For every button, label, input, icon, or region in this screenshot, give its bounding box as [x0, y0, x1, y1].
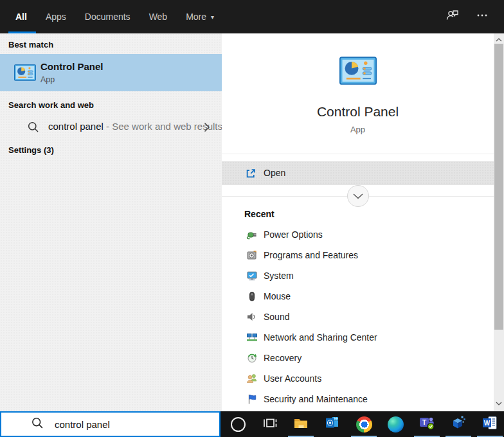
- word-icon: W: [482, 415, 498, 434]
- recent-item-mouse[interactable]: Mouse: [222, 286, 494, 307]
- scrollbar-thumb[interactable]: [494, 44, 503, 330]
- recovery-icon: [246, 352, 258, 364]
- open-external-icon: [245, 168, 256, 182]
- chevron-down-icon: ▾: [211, 13, 214, 21]
- outlook-icon: [324, 415, 341, 434]
- web-query-text: control panel: [48, 121, 104, 132]
- feedback-icon[interactable]: [445, 8, 460, 26]
- sound-icon: [246, 311, 258, 323]
- taskbar-chrome-button[interactable]: [348, 411, 379, 437]
- tab-all[interactable]: All: [15, 0, 27, 33]
- web-search-result[interactable]: control panel - See work and web results: [0, 114, 222, 140]
- expand-button[interactable]: [347, 185, 369, 207]
- tab-web[interactable]: Web: [149, 0, 168, 33]
- recent-item-system[interactable]: System: [222, 265, 494, 286]
- recent-list: Power Options Programs and Features: [222, 224, 494, 409]
- system-icon: [246, 270, 258, 281]
- taskbar-cortana-button[interactable]: [222, 411, 253, 437]
- recent-item-sound[interactable]: Sound: [222, 307, 494, 327]
- scroll-down-icon[interactable]: [494, 398, 504, 409]
- taskbar: T: [221, 411, 504, 437]
- tab-apps[interactable]: Apps: [46, 0, 66, 33]
- search-icon: [27, 121, 40, 136]
- user-accounts-icon: [246, 373, 258, 384]
- taskbar-teams-button[interactable]: T: [411, 411, 442, 437]
- mouse-icon: [246, 290, 258, 302]
- web-search-header: Search work and web: [8, 100, 94, 110]
- recent-item-network-and-sharing-center[interactable]: Network and Sharing Center: [222, 327, 494, 348]
- control-panel-icon: [14, 64, 36, 84]
- control-panel-icon: [339, 57, 377, 87]
- chevron-right-icon: [204, 122, 210, 135]
- recent-item-programs-and-features[interactable]: Programs and Features: [222, 245, 494, 265]
- preview-title: Control Panel: [222, 104, 494, 120]
- file-explorer-icon: [292, 415, 309, 434]
- tab-more[interactable]: More▾: [186, 0, 214, 33]
- open-action[interactable]: Open: [222, 161, 494, 185]
- search-icon: [31, 416, 44, 433]
- chevron-down-icon: [353, 193, 363, 199]
- preview-subtitle: App: [222, 125, 494, 134]
- best-match-title: Control Panel: [40, 61, 104, 72]
- windows-search-flyout: All Apps Documents Web More▾ Best match: [0, 0, 504, 437]
- svg-text:W: W: [484, 420, 491, 427]
- more-options-icon[interactable]: [476, 9, 489, 24]
- search-filter-tabs: All Apps Documents Web More▾: [0, 0, 504, 33]
- taskbar-task-view-button[interactable]: [254, 411, 285, 437]
- taskbar-edge-button[interactable]: [380, 411, 411, 437]
- taskbar-outlook-button[interactable]: [317, 411, 348, 437]
- results-panel: Best match: [0, 33, 222, 411]
- recent-item-power-options[interactable]: Power Options: [222, 224, 494, 245]
- taskbar-app-cube-button[interactable]: [443, 411, 474, 437]
- programs-features-icon: [246, 249, 258, 261]
- taskbar-search-box[interactable]: [0, 411, 221, 437]
- teams-icon: T: [419, 415, 435, 434]
- recent-header: Recent: [244, 209, 274, 219]
- security-maintenance-icon: [246, 393, 258, 405]
- scrollbar[interactable]: [494, 33, 504, 411]
- best-match-result-control-panel[interactable]: Control Panel App: [0, 54, 222, 91]
- open-label: Open: [264, 168, 285, 178]
- svg-text:T: T: [422, 418, 427, 426]
- tab-documents[interactable]: Documents: [85, 0, 130, 33]
- cortana-icon: [231, 417, 246, 432]
- settings-section-header: Settings (3): [8, 145, 54, 155]
- search-input[interactable]: [55, 419, 203, 430]
- best-match-subtitle: App: [40, 75, 55, 84]
- taskbar-word-button[interactable]: W: [474, 411, 504, 437]
- task-view-icon: [262, 415, 278, 434]
- divider: [222, 154, 494, 154]
- best-match-header: Best match: [8, 40, 53, 49]
- app-cube-icon: [450, 415, 467, 434]
- edge-icon: [388, 416, 404, 433]
- recent-item-user-accounts[interactable]: User Accounts: [222, 368, 494, 389]
- network-sharing-icon: [246, 332, 258, 343]
- power-options-icon: [246, 229, 258, 240]
- taskbar-area: T: [0, 411, 504, 437]
- chrome-icon: [356, 416, 372, 433]
- recent-item-recovery[interactable]: Recovery: [222, 348, 494, 368]
- taskbar-file-explorer-button[interactable]: [285, 411, 316, 437]
- recent-item-security-and-maintenance[interactable]: Security and Maintenance: [222, 389, 494, 409]
- preview-panel: Control Panel App Open Recent: [222, 33, 494, 411]
